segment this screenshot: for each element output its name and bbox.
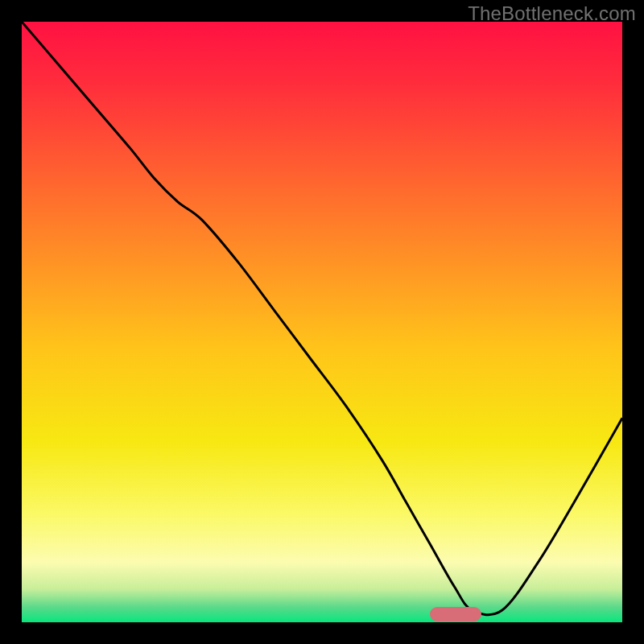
- line-chart: [22, 22, 622, 622]
- bottleneck-curve: [22, 22, 622, 615]
- optimal-range-marker: [430, 607, 481, 621]
- watermark-text: TheBottleneck.com: [468, 2, 636, 25]
